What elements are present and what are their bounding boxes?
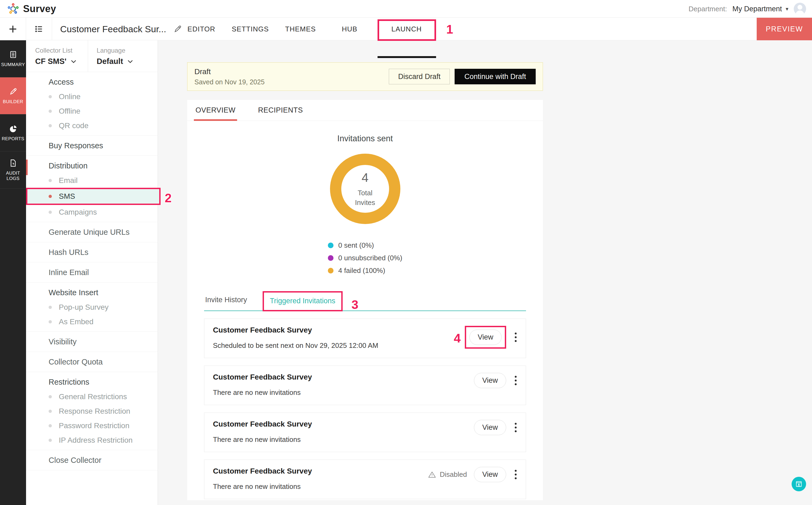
tab-invite-history[interactable]: Invite History [204,291,248,311]
invitation-title: Customer Feedback Survey [213,373,517,381]
annotation-number-2: 2 [165,192,172,204]
annotation-number-4: 4 [454,332,461,344]
disabled-status: Disabled [428,470,467,479]
main-content: Draft Saved on Nov 19, 2025 Discard Draf… [158,40,812,505]
chevron-down-icon: ▾ [786,6,788,12]
rail-item-reports[interactable]: REPORTS [0,115,26,152]
summary-document-icon [9,50,17,59]
more-options-kebab-icon[interactable] [513,331,518,344]
tab-themes[interactable]: THEMES [285,18,316,40]
nav-password-restriction[interactable]: Password Restriction [26,418,158,433]
nav-email[interactable]: Email [26,173,158,188]
nav-distribution[interactable]: Distribution [26,158,158,173]
continue-with-draft-button[interactable]: Continue with Draft [455,69,536,85]
chevron-down-icon [127,60,133,63]
audit-logs-file-icon [9,159,17,167]
invitation-title: Customer Feedback Survey [213,420,517,429]
nav-ip-address-restriction[interactable]: IP Address Restriction [26,433,158,448]
chart-title: Invitations sent [187,134,543,143]
nav-collector-quota[interactable]: Collector Quota [26,354,158,369]
nav-label: SMS [59,191,75,201]
group-restrictions: Restrictions General Restrictions Respon… [26,372,158,450]
rail-label: BUILDER [3,99,23,105]
avatar[interactable] [794,3,806,15]
legend-item-unsubscribed: 0 unsubscribed (0%) [328,254,402,262]
preview-button[interactable]: PREVIEW [757,18,812,40]
group-website-insert: Website Insert Pop-up Survey As Embed [26,283,158,332]
nav-response-restriction[interactable]: Response Restriction [26,404,158,418]
annotation-number-1: 1 [446,23,453,35]
donut-total-value: 4 [362,170,369,185]
view-button[interactable]: View [474,467,506,482]
collector-list-select[interactable]: CF SMS' [35,57,88,66]
tab-editor[interactable]: EDITOR [187,18,215,40]
nav-offline[interactable]: Offline [26,104,158,119]
nav-visibility[interactable]: Visibility [26,334,158,349]
nav-generate-unique-urls[interactable]: Generate Unique URLs [26,224,158,239]
group-close-collector: Close Collector [26,450,158,470]
rail-item-summary[interactable]: SUMMARY [0,40,26,77]
feedback-window-icon [795,480,803,488]
new-survey-button[interactable]: + [0,18,26,40]
rail-item-builder[interactable]: BUILDER [0,77,26,115]
nav-online[interactable]: Online [26,90,158,104]
nav-inline-email[interactable]: Inline Email [26,265,158,280]
tab-hub[interactable]: HUB [342,18,357,40]
group-generate-urls: Generate Unique URLs [26,222,158,242]
warning-icon [428,471,436,479]
legend-item-failed: 4 failed (100%) [328,267,402,275]
legend-label: 0 sent (0%) [338,241,374,249]
view-button[interactable]: View [474,373,506,388]
nav-website-insert[interactable]: Website Insert [26,285,158,300]
nav-label: QR code [59,121,88,131]
language-value: Default [97,57,123,66]
group-visibility: Visibility [26,332,158,352]
nav-buy-responses[interactable]: Buy Responses [26,138,158,153]
more-options-kebab-icon[interactable] [513,421,518,434]
language-select[interactable]: Default [97,57,150,66]
legend-dot-unsubscribed [328,255,334,261]
nav-qr-code[interactable]: QR code [26,119,158,133]
tab-overview[interactable]: OVERVIEW [195,100,235,121]
group-hash-urls: Hash URLs [26,242,158,263]
nav-close-collector[interactable]: Close Collector [26,453,158,468]
nav-as-embed[interactable]: As Embed [26,315,158,329]
survey-list-button[interactable] [26,18,52,40]
department-select[interactable]: My Department ▾ [732,5,788,13]
tab-recipients[interactable]: RECIPIENTS [258,100,303,121]
group-inline-email: Inline Email [26,263,158,283]
language-label: Language [97,47,150,54]
nav-sms[interactable]: SMS 2 [26,188,161,205]
nav-popup-survey[interactable]: Pop-up Survey [26,300,158,315]
top-header: Survey Department: My Department ▾ [0,0,812,18]
invitation-row: Customer Feedback Survey There are no ne… [204,366,526,405]
more-options-kebab-icon[interactable] [513,468,518,481]
rail-item-audit-logs[interactable]: AUDIT LOGS [0,152,26,189]
survey-title: Customer Feedback Sur... [60,24,166,34]
bullet-dot [49,306,52,309]
tab-triggered-invitations[interactable]: Triggered Invitations 3 [263,291,343,311]
tab-launch[interactable]: LAUNCH [392,18,422,40]
group-distribution: Distribution Email SMS 2 Campaigns [26,156,158,222]
view-button[interactable]: View [469,330,501,345]
invitation-subtitle: There are no new invitations [213,436,517,444]
legend-label: 0 unsubscribed (0%) [338,254,402,262]
tab-settings[interactable]: SETTINGS [232,18,269,40]
discard-draft-button[interactable]: Discard Draft [389,69,450,85]
nav-hash-urls[interactable]: Hash URLs [26,245,158,260]
more-options-kebab-icon[interactable] [513,374,518,387]
nav-label: Response Restriction [59,406,130,416]
draft-banner: Draft Saved on Nov 19, 2025 Discard Draf… [187,62,543,91]
group-buy-responses: Buy Responses [26,136,158,156]
edit-pencil-icon[interactable] [174,25,182,33]
view-button[interactable]: View [474,420,506,435]
nav-restrictions[interactable]: Restrictions [26,374,158,389]
nav-campaigns[interactable]: Campaigns [26,205,158,219]
nav-access[interactable]: Access [26,74,158,90]
nav-general-restrictions[interactable]: General Restrictions [26,389,158,404]
nav-label: Offline [59,106,80,116]
feedback-fab-button[interactable] [792,477,806,491]
rail-label: SUMMARY [1,62,25,67]
group-collector-quota: Collector Quota [26,352,158,372]
reports-pie-icon [9,124,17,133]
